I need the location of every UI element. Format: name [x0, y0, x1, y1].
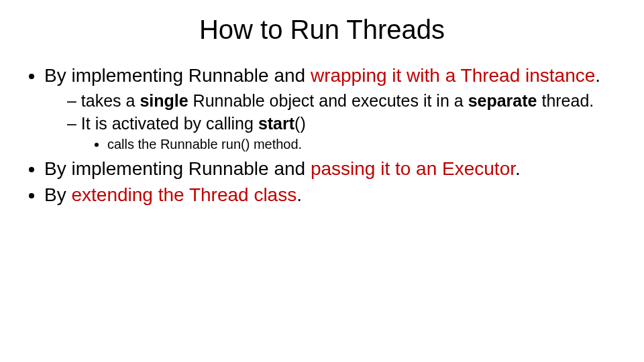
b1s1-c: Runnable object and executes it in a — [189, 91, 468, 110]
b1s2-a: It is activated by calling — [81, 114, 258, 133]
bullet-3-text-red: extending the Thread class — [71, 184, 297, 205]
bullet-3: By extending the Thread class. — [44, 183, 624, 206]
b1s2-c: () — [294, 114, 306, 133]
slide: How to Run Threads By implementing Runna… — [0, 0, 644, 362]
bullet-1: By implementing Runnable and wrapping it… — [44, 64, 624, 153]
bullet-1-text-b: . — [595, 65, 600, 86]
bullet-1-sub-1: takes a single Runnable object and execu… — [67, 90, 624, 111]
bullet-1-text-a: By implementing Runnable and — [44, 65, 311, 86]
bullet-1-sub-2: It is activated by calling start() calls… — [67, 113, 624, 153]
bullet-2-text-a: By implementing Runnable and — [44, 158, 311, 179]
b1s1-a: takes a — [81, 91, 140, 110]
bullet-1-sub-2-sublist: calls the Runnable run() method. — [67, 135, 624, 153]
bullet-3-text-b: . — [297, 184, 302, 205]
b1s2-b: start — [258, 114, 294, 133]
bullet-list-level1: By implementing Runnable and wrapping it… — [20, 64, 624, 206]
bullet-1-sublist: takes a single Runnable object and execu… — [44, 90, 624, 153]
bullet-1-text-red: wrapping it with a Thread instance — [311, 65, 595, 86]
b1s1-b2: separate — [468, 91, 537, 110]
bullet-2: By implementing Runnable and passing it … — [44, 157, 624, 180]
bullet-2-text-b: . — [515, 158, 521, 179]
bullet-3-text-a: By — [44, 184, 71, 205]
b1s1-d: thread. — [537, 91, 594, 110]
bullet-2-text-red: passing it to an Executor — [311, 158, 515, 179]
b1s1-b1: single — [140, 91, 188, 110]
slide-title: How to Run Threads — [20, 15, 624, 45]
bullet-1-sub-2-sub-1: calls the Runnable run() method. — [107, 135, 624, 153]
